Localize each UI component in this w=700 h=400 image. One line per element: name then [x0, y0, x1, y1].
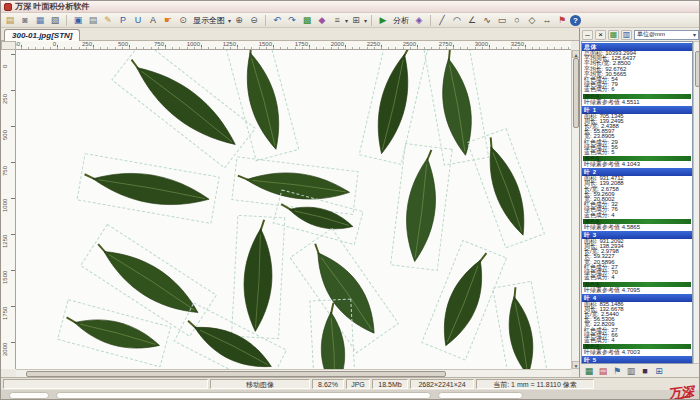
- app-icon: [4, 3, 12, 11]
- image-tab[interactable]: 300-01.jpg[STN]: [4, 29, 80, 41]
- calc-grid-icon[interactable]: ▦: [608, 30, 619, 40]
- leaf-object[interactable]: [493, 281, 548, 369]
- leaf-object[interactable]: [359, 50, 428, 164]
- leaf-shape: [287, 201, 355, 235]
- export-report-icon[interactable]: ▤: [597, 365, 609, 376]
- ruler-minortick: [129, 47, 130, 49]
- zoom-in-icon[interactable]: ⊕: [232, 14, 246, 27]
- help-icon[interactable]: ?: [570, 15, 581, 26]
- diamond-select-icon[interactable]: ◇: [525, 14, 539, 27]
- fill-color-icon[interactable]: ▩: [300, 14, 314, 27]
- vertical-scrollbar[interactable]: ▲ ▼: [571, 50, 579, 369]
- ruler-minortick: [143, 47, 144, 49]
- panel-minimize-icon[interactable]: –: [582, 30, 593, 40]
- leaf-object[interactable]: [226, 50, 299, 161]
- rect-select-icon[interactable]: ▭: [495, 14, 509, 27]
- stat-row: 蓝色成分:5: [582, 150, 692, 155]
- analyze-play-icon[interactable]: ▶: [376, 14, 390, 27]
- panel-close-icon[interactable]: ×: [595, 30, 606, 40]
- leaf-object[interactable]: [232, 215, 285, 338]
- grid-dropdown[interactable]: ⊞: [349, 14, 363, 27]
- ruler-minortick: [410, 47, 411, 49]
- scanner-icon[interactable]: ▦: [33, 14, 47, 27]
- ruler-minortick: [158, 47, 159, 49]
- chevron-down-icon: ▾: [228, 17, 231, 24]
- layer-dropdown[interactable]: ≡: [330, 14, 344, 27]
- leaf-object[interactable]: [77, 154, 219, 224]
- ruler-minortick: [345, 47, 346, 49]
- leaf-object[interactable]: [174, 303, 286, 369]
- dark-image-icon[interactable]: ■: [639, 365, 651, 376]
- stat-row: 蓝色成分:4: [582, 275, 692, 280]
- chart-icon[interactable]: ▥: [621, 30, 632, 40]
- ruler-tick: [11, 342, 15, 343]
- leaf-shape: [238, 50, 289, 153]
- grid-settings-icon[interactable]: ⊞: [653, 365, 665, 376]
- leaf-object[interactable]: [391, 144, 453, 271]
- panel-scroll-thumb[interactable]: [695, 51, 700, 87]
- video-source-icon[interactable]: ▧: [48, 14, 62, 27]
- leaf-object[interactable]: [81, 224, 217, 336]
- analyze-button[interactable]: 分析: [391, 15, 411, 26]
- horizontal-scrollbar[interactable]: [16, 369, 571, 377]
- ruler-minortick: [64, 47, 65, 49]
- stat-row: 蓝色成分:4: [582, 338, 692, 343]
- angle-measure-icon[interactable]: ∠: [465, 14, 479, 27]
- leaf-object[interactable]: [468, 129, 545, 248]
- show-all-button[interactable]: 显示全图: [191, 15, 227, 26]
- zoom-out-icon[interactable]: ⊖: [247, 14, 261, 27]
- leaf-object[interactable]: [232, 157, 358, 215]
- new-image-icon[interactable]: ▤: [3, 14, 17, 27]
- ruler-minortick: [187, 47, 188, 49]
- ruler-minortick: [417, 47, 418, 49]
- image-canvas[interactable]: [16, 50, 571, 369]
- camera-capture-icon[interactable]: ◙: [18, 14, 32, 27]
- leaf-object[interactable]: [112, 50, 255, 168]
- undo-icon[interactable]: ↶: [270, 14, 284, 27]
- pan-hand-icon[interactable]: ☛: [161, 14, 175, 27]
- magic-tool-icon[interactable]: ◈: [412, 14, 426, 27]
- edit-pencil-icon[interactable]: ✎: [101, 14, 115, 27]
- page-prev-icon[interactable]: P: [116, 14, 130, 27]
- histogram-icon[interactable]: ▥: [625, 365, 637, 376]
- ruler-minortick: [251, 47, 252, 49]
- magnifier-icon[interactable]: ⊙: [176, 14, 190, 27]
- results-panel: – × ▦▥ 单位@mm ▾ 总体总面积:10393.2994平均周长:125.…: [579, 28, 700, 377]
- leaf-object[interactable]: [290, 228, 398, 352]
- ruler-tick: [11, 54, 15, 55]
- ruler-label: 1000: [2, 199, 8, 212]
- flag-marker-icon[interactable]: ⚑: [555, 14, 569, 27]
- redo-icon[interactable]: ↷: [285, 14, 299, 27]
- page-next-icon[interactable]: U: [131, 14, 145, 27]
- leaf-section: 总体总面积:10393.2994平均周长:125.6437平均长/宽:2.850…: [582, 43, 692, 105]
- save-icon[interactable]: ▣: [71, 14, 85, 27]
- export-excel-icon[interactable]: ▦: [583, 365, 595, 376]
- stat-label: 蓝色成分:: [584, 213, 609, 218]
- rgb-flag-icon[interactable]: ⚑: [611, 365, 623, 376]
- text-label-icon[interactable]: A: [146, 14, 160, 27]
- ruler-minortick: [352, 47, 353, 49]
- ruler-minortick: [208, 47, 209, 49]
- horizontal-ruler: -250025050075010001250150017502000225025…: [16, 41, 571, 50]
- leaf-object[interactable]: [58, 300, 171, 367]
- chlorophyll-row: 叶绿素参考值 4.7003: [582, 349, 692, 355]
- leaf-object[interactable]: [424, 50, 488, 165]
- panel-scrollbar[interactable]: [693, 41, 700, 364]
- curve-measure-icon[interactable]: ◠: [450, 14, 464, 27]
- ruler-minortick: [381, 47, 382, 49]
- line-measure-icon[interactable]: ╱: [435, 14, 449, 27]
- bottom-pill: [438, 392, 523, 399]
- unit-dropdown[interactable]: 单位@mm ▾: [634, 30, 699, 40]
- ellipse-select-icon[interactable]: ○: [510, 14, 524, 27]
- ruler-minortick: [367, 47, 368, 49]
- print-icon[interactable]: ▤: [86, 14, 100, 27]
- ruler-label: 0: [2, 65, 8, 68]
- stat-value: 4: [611, 275, 614, 280]
- distance-measure-icon[interactable]: ↔: [540, 14, 554, 27]
- ruler-minortick: [100, 47, 101, 49]
- ruler-label: 250: [82, 41, 92, 47]
- chlorophyll-row: 叶绿素参考值 4.7095: [582, 287, 692, 293]
- leaf-object[interactable]: [422, 240, 507, 360]
- wave-measure-icon[interactable]: ∿: [480, 14, 494, 27]
- palette-icon[interactable]: ◆: [315, 14, 329, 27]
